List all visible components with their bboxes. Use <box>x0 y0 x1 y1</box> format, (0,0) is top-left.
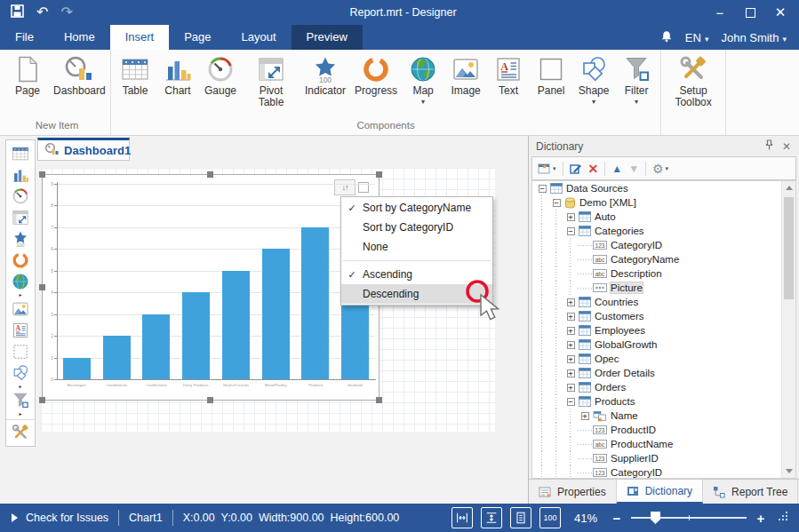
tree-scrollbar[interactable] <box>781 181 795 478</box>
tree-item-demo-xml[interactable]: −Demo [XML] <box>532 195 795 210</box>
ribbon-item-setup-toolbox[interactable]: Setup Toolbox <box>664 51 723 109</box>
zoom-slider[interactable] <box>631 517 747 519</box>
expand-icon[interactable]: + <box>567 341 575 349</box>
menu-tab-insert[interactable]: Insert <box>110 25 170 50</box>
tab-properties[interactable]: Properties <box>529 480 617 504</box>
chart-bar[interactable] <box>182 292 210 379</box>
tab-dashboard1[interactable]: Dashboard1 <box>37 138 130 161</box>
flyout-arrow-icon[interactable]: ▸ <box>19 411 21 417</box>
selection-handle[interactable] <box>207 397 213 403</box>
zoom-out-button[interactable]: − <box>611 511 623 526</box>
delete-button[interactable]: ✕ <box>588 162 599 176</box>
expand-icon[interactable]: + <box>581 412 589 420</box>
toolbox-item-pivot[interactable] <box>6 207 35 228</box>
chart-bar[interactable] <box>142 314 170 379</box>
toolbox-item-indicator[interactable]: 100 <box>6 228 35 250</box>
zoom-in-button[interactable]: + <box>755 511 767 526</box>
ribbon-item-indicator[interactable]: 100Indicator <box>300 51 350 97</box>
chevron-down-icon[interactable]: ▾ <box>635 98 638 106</box>
tree-item-orders[interactable]: +Orders <box>532 380 795 394</box>
collapse-icon[interactable]: − <box>567 227 575 235</box>
menu-tab-file[interactable]: File <box>0 25 49 50</box>
toolbox-item-image[interactable] <box>6 298 35 320</box>
fit-page-width-button[interactable] <box>451 507 473 528</box>
settings-gear-icon[interactable]: ⚙▾ <box>652 162 668 176</box>
expand-icon[interactable]: + <box>567 213 575 221</box>
close-button[interactable]: ✕ <box>765 0 795 25</box>
tree-item-supplierid[interactable]: 123SupplierID <box>532 451 795 465</box>
menu-tab-preview[interactable]: Preview <box>292 25 363 50</box>
page-view-button[interactable] <box>510 507 531 528</box>
user-menu[interactable]: John Smith▾ <box>721 31 787 44</box>
tree-item-globalgrowth[interactable]: +GlobalGrowth <box>532 337 795 352</box>
toolbox-item-table[interactable] <box>6 143 35 164</box>
chart-component[interactable]: ↓↑ 0123456789BeveragesCondimentsConfecti… <box>42 174 380 401</box>
scroll-up-icon[interactable] <box>786 186 793 190</box>
toolbox-item-chart[interactable] <box>6 164 35 186</box>
ribbon-item-text[interactable]: AText <box>487 51 530 97</box>
expand-icon[interactable]: + <box>567 327 575 335</box>
tree-item-employees[interactable]: +Employees <box>532 323 795 337</box>
expand-icon[interactable]: + <box>567 298 575 306</box>
move-down-button[interactable]: ▼ <box>628 163 639 175</box>
maximize-button[interactable] <box>735 0 765 25</box>
zoom-100-button[interactable]: 100 <box>539 507 561 528</box>
chevron-down-icon[interactable]: ▾ <box>421 98 425 106</box>
check-for-issues-button[interactable]: Check for Issues <box>26 512 108 524</box>
ribbon-item-map[interactable]: Map▾ <box>402 51 444 106</box>
ribbon-item-pivot-table[interactable]: Pivot Table <box>242 51 300 109</box>
chart-bar[interactable] <box>103 336 131 379</box>
menu-item-sort-by-categoryid[interactable]: Sort by CategoryID <box>341 218 492 237</box>
flyout-arrow-icon[interactable]: ▸ <box>19 292 21 298</box>
menu-tab-layout[interactable]: Layout <box>227 25 292 50</box>
zoom-slider-thumb[interactable] <box>651 512 660 524</box>
tree-item-name[interactable]: +★Name <box>532 409 795 423</box>
tree-item-order-details[interactable]: +Order Details <box>532 366 795 380</box>
flyout-arrow-icon[interactable]: ▸ <box>19 384 21 390</box>
chart-bar[interactable] <box>301 227 329 379</box>
menu-item-sort-by-categoryname[interactable]: ✓Sort by CategoryName <box>341 198 492 218</box>
tree-item-auto[interactable]: +Auto <box>532 210 795 224</box>
language-selector[interactable]: EN▾ <box>685 31 709 44</box>
expand-icon[interactable]: + <box>567 369 575 377</box>
ribbon-item-page[interactable]: Page <box>6 51 49 97</box>
close-panel-icon[interactable]: ✕ <box>782 140 791 153</box>
chevron-down-icon[interactable]: ▾ <box>592 98 595 106</box>
tree-item-categoryname[interactable]: abcCategoryName <box>532 252 795 266</box>
selection-handle[interactable] <box>207 171 213 178</box>
ribbon-item-dashboard[interactable]: Dashboard <box>49 51 108 97</box>
ribbon-item-panel[interactable]: Panel <box>530 51 572 97</box>
chart-bar[interactable] <box>262 249 290 379</box>
chart-sort-button[interactable]: ↓↑ <box>334 179 356 195</box>
chart-bar[interactable] <box>222 271 250 379</box>
selection-handle[interactable] <box>376 171 382 178</box>
menu-tab-page[interactable]: Page <box>169 25 226 50</box>
tree-item-customers[interactable]: +Customers <box>532 309 795 323</box>
tree-item-products[interactable]: −Products <box>532 394 795 409</box>
toolbox-item-toolbox[interactable] <box>6 422 35 443</box>
selection-handle[interactable] <box>39 397 45 403</box>
toolbox-item-map[interactable] <box>6 271 35 292</box>
ribbon-item-chart[interactable]: Chart <box>156 51 199 97</box>
toolbox-item-progress[interactable] <box>6 250 35 271</box>
toolbox-item-filter[interactable] <box>6 390 35 411</box>
ribbon-item-filter[interactable]: Filter▾ <box>615 51 658 106</box>
collapse-icon[interactable]: − <box>539 185 547 193</box>
notifications-bell-icon[interactable] <box>660 30 673 45</box>
new-item-button[interactable]: ★ ▾ <box>538 163 556 174</box>
tab-dictionary[interactable]: Dictionary <box>617 480 703 504</box>
edit-button[interactable] <box>570 163 582 175</box>
selection-handle[interactable] <box>39 171 45 178</box>
collapse-icon[interactable]: − <box>553 199 561 207</box>
scroll-down-icon[interactable] <box>786 469 793 473</box>
fit-page-height-button[interactable] <box>481 507 502 528</box>
tree-item-categories[interactable]: −Categories <box>532 224 795 238</box>
tree-item-categoryid[interactable]: 123CategoryID <box>532 238 795 252</box>
toolbox-item-text[interactable]: A <box>6 320 35 341</box>
redo-icon[interactable]: ↷ <box>60 5 72 20</box>
tree-item-productid[interactable]: 123ProductID <box>532 423 795 437</box>
expand-icon[interactable]: + <box>567 384 575 392</box>
chart-bar[interactable] <box>63 358 91 379</box>
expand-icon[interactable]: + <box>567 313 575 321</box>
ribbon-item-shape[interactable]: Shape▾ <box>572 51 615 106</box>
